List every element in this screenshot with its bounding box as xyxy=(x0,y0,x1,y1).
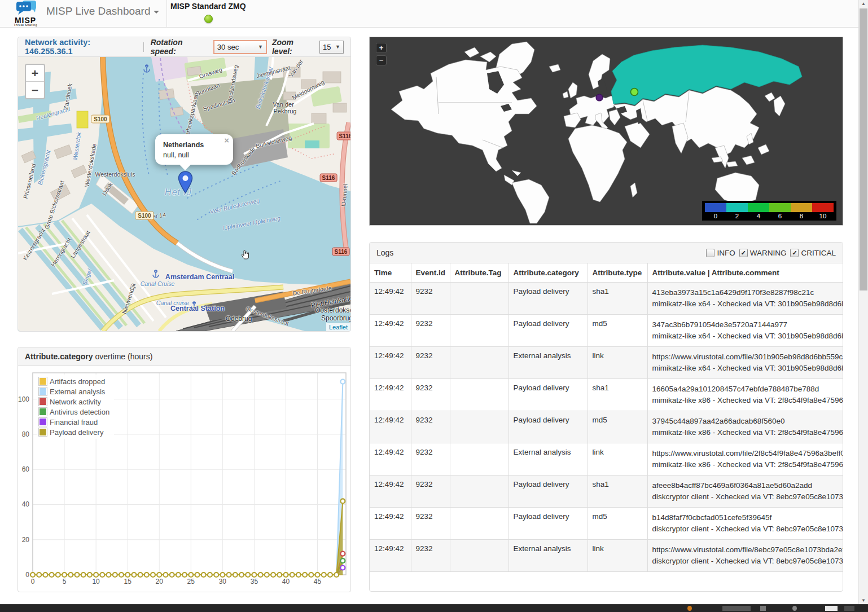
popup-close-icon[interactable]: × xyxy=(224,137,229,144)
scale-swatch xyxy=(726,203,748,212)
dashboard-menu-label: MISP Live Dashboard xyxy=(46,5,150,17)
hand-cursor-icon xyxy=(240,249,251,262)
log-row: 12:49:429232Payload deliverysha116605a4a… xyxy=(370,379,843,411)
svg-text:5: 5 xyxy=(63,578,67,585)
map-marker-pin[interactable] xyxy=(178,171,193,194)
log-time: 12:49:42 xyxy=(370,283,411,315)
chart-area: 020406080100051015202530354045 Artifacts… xyxy=(18,366,350,592)
misp-logo[interactable]: MISP Threat Sharing xyxy=(8,1,43,27)
legend-swatch xyxy=(38,407,47,416)
legend-swatch xyxy=(38,428,47,437)
taskbar-icon[interactable] xyxy=(792,606,797,611)
log-tag xyxy=(450,540,508,572)
log-row: 12:49:429232Payload deliverysha1afeee8b4… xyxy=(370,475,843,508)
network-activity-header: Network activity: 146.255.36.1 Rotation … xyxy=(18,37,350,57)
log-type: md5 xyxy=(588,411,647,443)
logs-column-header: Attribute.Tag xyxy=(450,263,508,283)
taskbar-icon[interactable] xyxy=(825,606,838,611)
log-value-comment: 16605a4a29a101208457c47ebfde788487be788d… xyxy=(647,379,843,411)
map-zoom-out-button[interactable]: − xyxy=(26,82,44,98)
log-category: Payload delivery xyxy=(508,411,588,443)
legend-swatch xyxy=(38,387,47,396)
filter-info-checkbox[interactable]: INFO xyxy=(706,249,735,257)
log-row: 12:49:429232Payload deliverymd5b14d8faf7… xyxy=(370,508,843,540)
svg-text:0: 0 xyxy=(25,571,29,579)
legend-swatch xyxy=(38,377,47,386)
log-row: 12:49:429232Payload deliverymd5347ac3b6b… xyxy=(370,315,843,347)
logs-column-header: Attribute.type xyxy=(588,263,647,283)
legend-entry: Financial fraud xyxy=(38,417,109,427)
log-time: 12:49:42 xyxy=(370,411,411,443)
misp-logo-subtitle: Threat Sharing xyxy=(8,23,43,27)
leaflet-attribution[interactable]: Leaflet xyxy=(326,323,350,331)
world-map[interactable]: + − 0246810 xyxy=(369,37,843,226)
log-value: b14d8faf7f0cbcfad051cefe5f39645f xyxy=(652,512,839,523)
scrollbar-thumb[interactable] xyxy=(860,8,867,290)
log-comment: mimikatz-like x64 - Xchecked via VT: 301… xyxy=(652,298,839,310)
log-event-id: 9232 xyxy=(411,379,450,411)
leaflet-map[interactable]: GraswegBundlaanSpadinalaanOverhoeksparkl… xyxy=(18,57,350,331)
logs-column-header: Time xyxy=(370,263,411,283)
header-divider xyxy=(143,42,144,52)
log-comment: mimikatz-like x86 - Xchecked via VT: 2f8… xyxy=(652,459,839,470)
legend-entry: Payload delivery xyxy=(38,427,109,437)
os-taskbar[interactable] xyxy=(0,604,868,612)
taskbar-icon[interactable] xyxy=(760,606,766,611)
zoom-level-value: 15 xyxy=(323,43,331,51)
log-tag xyxy=(450,411,508,443)
log-value-comment: afeee8b4acff87bc469a6f0364a81ae5d60a2add… xyxy=(647,475,843,508)
log-tag xyxy=(450,315,508,347)
log-value-comment: https://www.virustotal.com/file/8ebc97e0… xyxy=(647,540,843,572)
chart-title: Attribute.category overtime (hours) xyxy=(18,347,350,366)
taskbar-icon[interactable] xyxy=(687,606,692,611)
checkbox-icon: ✓ xyxy=(739,249,748,257)
scale-label: 0 xyxy=(705,212,726,219)
map-zoom-in-button[interactable]: + xyxy=(26,65,44,82)
chart-title-bold: Attribute.category xyxy=(25,352,93,361)
log-row: 12:49:429232Payload deliverysha1413eba39… xyxy=(370,283,843,315)
log-category: Payload delivery xyxy=(508,283,588,315)
taskbar-icon[interactable] xyxy=(844,606,854,611)
legend-label: Artifacts dropped xyxy=(50,377,105,386)
log-row: 12:49:429232External analysislinkhttps:/… xyxy=(370,443,843,475)
chart-title-rest: overtime (hours) xyxy=(93,352,153,361)
log-value-comment: https://www.virustotal.com/file/2f8c54f9… xyxy=(647,443,843,475)
taskbar-icon[interactable] xyxy=(722,606,751,611)
legend-label: Antivirus detection xyxy=(50,408,109,416)
legend-swatch xyxy=(38,417,47,426)
log-comment: diskcryptor client - Xchecked via VT: 8e… xyxy=(652,523,839,535)
svg-text:40: 40 xyxy=(22,500,30,508)
log-type: sha1 xyxy=(588,475,647,508)
page-scrollbar[interactable]: ▲ ▼ xyxy=(858,0,868,605)
log-event-id: 9232 xyxy=(411,315,450,347)
log-comment: mimikatz-like x64 - Xchecked via VT: 301… xyxy=(652,331,839,342)
logs-title: Logs xyxy=(376,248,393,257)
log-time: 12:49:42 xyxy=(370,443,411,475)
filter-critical-checkbox[interactable]: ✓CRITICAL xyxy=(790,249,836,257)
dashboard-content: Network activity: 146.255.36.1 Rotation … xyxy=(0,28,868,592)
navbar-divider xyxy=(166,0,167,27)
left-column: Network activity: 146.255.36.1 Rotation … xyxy=(17,37,351,592)
log-time: 12:49:42 xyxy=(370,540,411,572)
log-value: 37945c44a897aa42a66adcab68f560e0 xyxy=(652,416,839,427)
world-map-graphic xyxy=(370,37,843,225)
scrollbar-down-arrow[interactable]: ▼ xyxy=(859,597,868,605)
log-tag xyxy=(450,347,508,379)
log-value: https://www.virustotal.com/file/2f8c54f9… xyxy=(652,448,839,459)
scrollbar-up-arrow[interactable]: ▲ xyxy=(859,0,868,8)
zoom-level-select[interactable]: 15 ▼ xyxy=(319,41,344,54)
world-map-zoom-out-button[interactable]: − xyxy=(376,55,387,65)
log-comment: mimikatz-like x64 - Xchecked via VT: 301… xyxy=(652,363,839,374)
map-popup: × Netherlands null, null xyxy=(155,134,233,165)
dashboard-menu[interactable]: MISP Live Dashboard xyxy=(46,5,159,17)
log-value: afeee8b4acff87bc469a6f0364a81ae5d60a2add xyxy=(652,480,839,491)
world-map-zoom-in-button[interactable]: + xyxy=(376,43,387,53)
rotation-speed-label: Rotation speed: xyxy=(151,38,208,56)
filter-warning-checkbox[interactable]: ✓WARNING xyxy=(739,249,787,257)
log-event-id: 9232 xyxy=(411,508,450,540)
log-type: md5 xyxy=(588,315,647,347)
rotation-speed-select[interactable]: 30 sec ▼ xyxy=(213,40,267,54)
log-type: sha1 xyxy=(588,283,647,315)
log-category: External analysis xyxy=(508,347,588,379)
log-value-comment: 413eba3973a15c1a6429d9f170f3e8287f98c21c… xyxy=(647,283,843,315)
